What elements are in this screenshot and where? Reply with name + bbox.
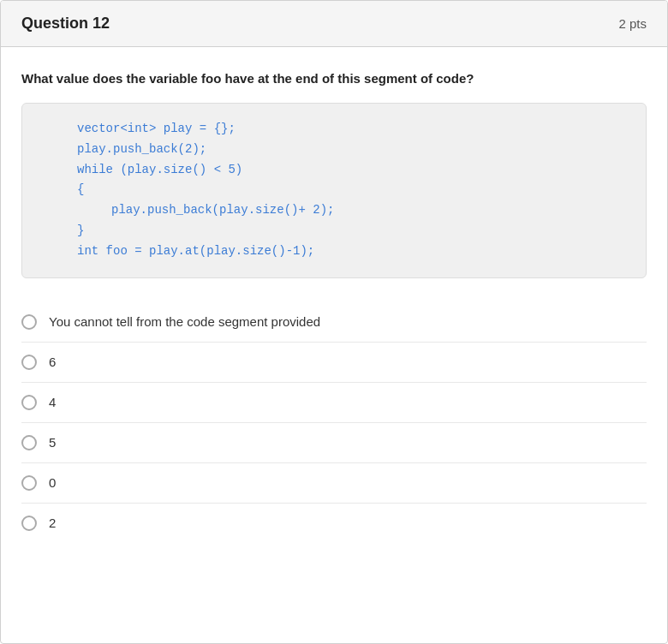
radio-5 [21,475,37,491]
option-item-1[interactable]: You cannot tell from the code segment pr… [21,302,647,343]
option-item-2[interactable]: 6 [21,343,647,383]
radio-1 [21,314,37,330]
option-item-5[interactable]: 0 [21,463,647,504]
code-line-1: vector<int> play = {}; [43,119,625,140]
option-item-4[interactable]: 5 [21,423,647,463]
options-list: You cannot tell from the code segment pr… [21,302,647,543]
code-line-7: int foo = play.at(play.size()-1); [43,242,625,262]
card-header: Question 12 2 pts [1,1,667,47]
code-line-5: play.push_back(play.size()+ 2); [43,200,625,221]
option-label-4: 5 [49,435,56,450]
option-label-1: You cannot tell from the code segment pr… [49,314,320,329]
radio-4 [21,435,37,450]
points-badge: 2 pts [618,16,647,31]
code-line-3: while (play.size() < 5) [43,160,625,181]
option-label-6: 2 [49,516,56,530]
option-label-3: 4 [49,395,56,409]
code-line-4: { [43,180,625,200]
radio-3 [21,395,37,410]
code-line-2: play.push_back(2); [43,140,625,160]
code-block: vector<int> play = {}; play.push_back(2)… [21,103,647,278]
option-item-6[interactable]: 2 [21,504,647,543]
option-label-2: 6 [49,355,56,369]
question-text: What value does the variable foo have at… [21,71,647,86]
question-card: Question 12 2 pts What value does the va… [0,0,668,644]
option-item-3[interactable]: 4 [21,383,647,423]
question-title: Question 12 [21,15,110,33]
radio-2 [21,355,37,370]
radio-6 [21,516,37,531]
card-body: What value does the variable foo have at… [1,47,667,560]
option-label-5: 0 [49,475,56,490]
code-line-6: } [43,221,625,242]
